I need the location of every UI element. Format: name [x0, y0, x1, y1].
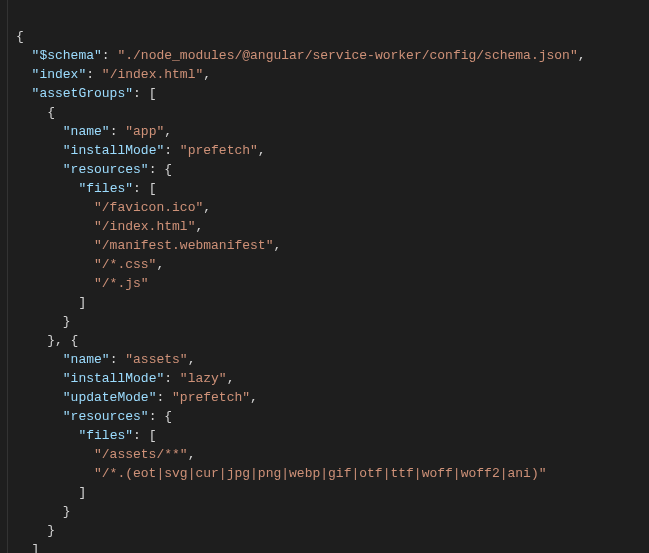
json-key: "installMode"	[63, 371, 164, 386]
json-key: "name"	[63, 124, 110, 139]
json-value: "prefetch"	[172, 390, 250, 405]
json-value: "./node_modules/@angular/service-worker/…	[117, 48, 577, 63]
json-key: "updateMode"	[63, 390, 157, 405]
json-key: "$schema"	[32, 48, 102, 63]
editor-gutter	[0, 0, 8, 553]
json-key: "files"	[78, 428, 133, 443]
json-value: "/index.html"	[94, 219, 195, 234]
json-key: "files"	[78, 181, 133, 196]
json-value: "prefetch"	[180, 143, 258, 158]
code-editor[interactable]: { "$schema": "./node_modules/@angular/se…	[0, 0, 649, 553]
code-content[interactable]: { "$schema": "./node_modules/@angular/se…	[8, 0, 586, 553]
json-key: "index"	[32, 67, 87, 82]
json-value: "/index.html"	[102, 67, 203, 82]
json-value: "/manifest.webmanifest"	[94, 238, 273, 253]
json-value: "assets"	[125, 352, 187, 367]
json-value: "/favicon.ico"	[94, 200, 203, 215]
json-value: "app"	[125, 124, 164, 139]
json-value: "/*.(eot|svg|cur|jpg|png|webp|gif|otf|tt…	[94, 466, 546, 481]
json-value: "/assets/**"	[94, 447, 188, 462]
json-key: "resources"	[63, 409, 149, 424]
json-value: "/*.css"	[94, 257, 156, 272]
json-key: "resources"	[63, 162, 149, 177]
json-key: "name"	[63, 352, 110, 367]
json-value: "/*.js"	[94, 276, 149, 291]
json-value: "lazy"	[180, 371, 227, 386]
json-key: "installMode"	[63, 143, 164, 158]
json-key: "assetGroups"	[32, 86, 133, 101]
